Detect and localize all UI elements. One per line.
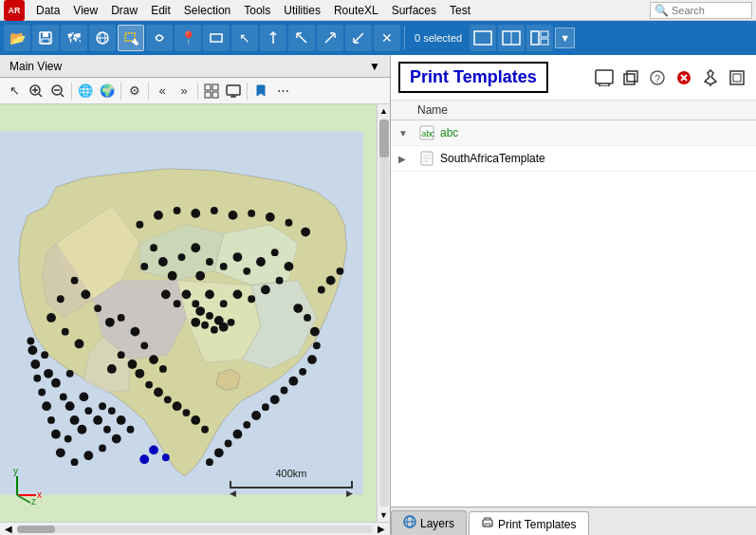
svg-rect-9 [474,31,491,45]
menu-surfaces[interactable]: Surfaces [386,2,442,19]
arrow-sw-button[interactable] [345,25,372,51]
map-button[interactable]: 🗺 [61,25,87,51]
axis-x-label: x [37,489,42,500]
map-display-btn[interactable] [223,81,244,101]
template-row[interactable]: ▶ SouthAfricaTemplate [391,146,756,171]
svg-point-105 [225,440,232,448]
svg-rect-8 [211,34,222,42]
view-mode-1-button[interactable] [470,25,496,51]
filter-row-group: ▼ a b c abc [391,120,756,146]
svg-rect-22 [205,84,211,90]
svg-point-34 [79,392,88,401]
arrow-nw-button[interactable] [288,25,315,51]
svg-point-40 [51,430,61,439]
svg-point-112 [211,207,218,214]
app-icon: AR [4,0,25,21]
select-rect-button[interactable] [118,25,144,51]
location-button[interactable]: 📍 [175,25,201,51]
layers-tab[interactable]: Layers [391,510,467,535]
scroll-left-btn[interactable]: ◀ [2,523,15,536]
svg-point-79 [205,289,214,299]
search-box[interactable]: 🔍 [650,2,752,19]
svg-point-66 [206,258,213,266]
svg-point-142 [46,313,56,323]
main-toolbar: 📂 🗺 📍 ↖ ✕ 0 selected [0,21,756,55]
scroll-down-btn[interactable]: ▼ [378,508,391,522]
map-zoom-in-btn[interactable] [26,81,46,101]
view-tab-label: Main View [9,60,62,73]
menu-data[interactable]: Data [30,2,65,19]
scroll-thumb-h[interactable] [17,526,55,533]
print-templates-tab[interactable]: Print Templates [469,511,588,535]
panel-save-btn[interactable] [593,66,616,89]
map-toolbar-sep-1 [71,83,72,100]
view-tab[interactable]: Main View ▼ [0,55,390,78]
svg-point-35 [99,402,106,410]
scroll-thumb-v[interactable] [379,120,389,157]
svg-point-104 [233,430,243,439]
template-toggle[interactable]: ▶ [398,154,417,164]
panel-detach-btn[interactable] [726,66,748,89]
panel-pin-btn[interactable] [699,66,722,89]
svg-rect-174 [485,524,490,526]
panel-help-btn[interactable]: ? [646,66,669,89]
open-button[interactable]: 📂 [4,25,30,51]
axis-indicator: x y z [8,465,46,503]
filter-row[interactable]: ▼ a b c abc [391,120,756,145]
menu-edit[interactable]: Edit [145,2,176,19]
view-mode-3-button[interactable] [526,25,553,51]
view-dropdown[interactable]: ▼ [555,28,575,48]
map-zoom-out-btn[interactable] [47,81,68,101]
svg-point-89 [211,326,218,334]
search-input[interactable] [672,5,747,16]
map-globe-btn[interactable]: 🌐 [75,81,96,101]
filter-toggle[interactable]: ▼ [398,128,417,138]
lasso-button[interactable] [146,25,173,51]
map-grid-btn[interactable] [201,81,222,101]
col-toggle [398,103,417,117]
svg-point-124 [191,415,200,425]
svg-point-55 [99,444,106,452]
svg-point-83 [161,289,171,299]
cursor-button[interactable]: ↖ [231,25,258,51]
svg-point-50 [28,345,37,355]
horizontal-scrollbar[interactable]: ◀ ▶ [0,522,390,535]
move-button[interactable]: ✕ [374,25,400,51]
svg-point-74 [276,277,284,285]
map-more-btn[interactable]: ⋯ [272,81,293,101]
svg-point-90 [219,323,229,332]
svg-point-30 [70,415,80,425]
scroll-up-btn[interactable]: ▲ [378,104,391,118]
menu-tools[interactable]: Tools [238,2,276,19]
rectangle-button[interactable] [203,25,230,51]
menu-routexl[interactable]: RouteXL [328,2,384,19]
table-area: Name ▼ a b c abc [391,101,756,507]
map-canvas[interactable]: x y z 400km ◀ ▶ [0,104,377,522]
map-prev-btn[interactable]: « [152,81,173,101]
map-select-btn[interactable]: ↖ [4,81,25,101]
zoom-world-button[interactable] [89,25,116,51]
map-next-btn[interactable]: » [174,81,194,101]
menu-view[interactable]: View [67,2,103,19]
svg-point-126 [149,445,158,454]
svg-rect-153 [627,71,637,82]
svg-point-91 [228,319,235,326]
menu-selection[interactable]: Selection [178,2,236,19]
save-button[interactable] [32,25,59,51]
svg-point-57 [127,426,135,434]
view-mode-2-button[interactable] [498,25,525,51]
menu-test[interactable]: Test [444,2,476,19]
arrow-n-button[interactable] [260,25,286,51]
map-globe2-btn[interactable]: 🌍 [97,81,118,101]
map-settings-btn[interactable]: ⚙ [124,81,145,101]
panel-close-btn[interactable] [673,66,695,89]
panel-restore-btn[interactable] [619,66,642,89]
svg-point-120 [154,388,163,397]
menu-draw[interactable]: Draw [105,2,143,19]
scroll-right-btn[interactable]: ▶ [375,523,388,536]
arrow-ne-button[interactable] [317,25,343,51]
map-bookmark-btn[interactable] [250,81,271,101]
menu-utilities[interactable]: Utilities [278,2,326,19]
vertical-scrollbar[interactable]: ▲ ▼ [377,104,390,522]
svg-point-118 [135,369,144,378]
